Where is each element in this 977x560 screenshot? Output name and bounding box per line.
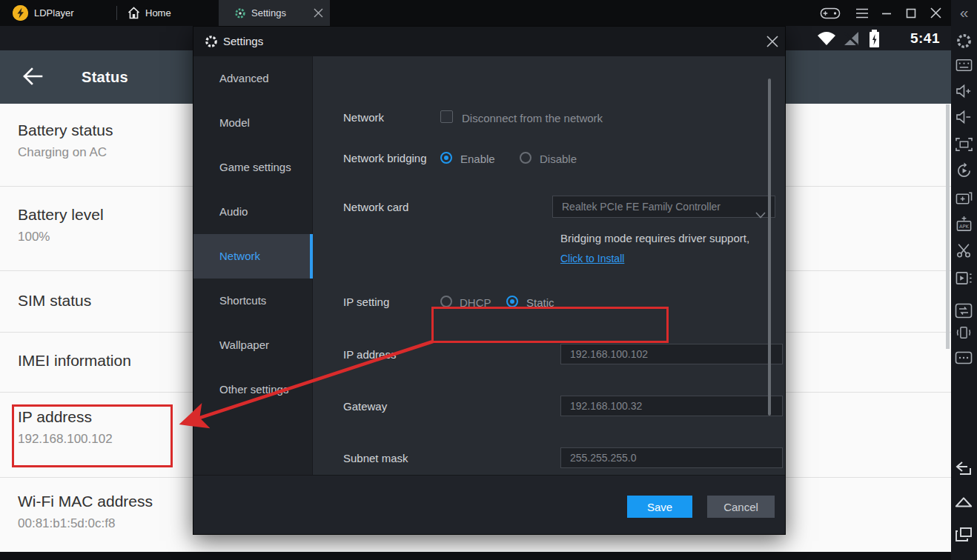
save-button[interactable]: Save (627, 496, 692, 518)
nav-item-wallpaper[interactable]: Wallpaper (193, 323, 313, 367)
android-recents-icon[interactable] (955, 525, 973, 543)
volume-down-icon[interactable] (955, 108, 973, 126)
nav-item-audio[interactable]: Audio (193, 190, 313, 234)
battery-charging-icon (869, 30, 880, 50)
cancel-button[interactable]: Cancel (707, 496, 775, 518)
static-label: Static (526, 296, 554, 309)
dialog-close-icon[interactable] (764, 33, 781, 50)
ldplayer-window: 5:41 Status Battery status Charging on A… (0, 0, 977, 560)
nav-item-other-settings[interactable]: Other settings (193, 367, 313, 412)
volume-up-icon[interactable] (955, 82, 973, 100)
more-options-icon[interactable] (955, 349, 973, 367)
screenshot-icon[interactable] (955, 189, 973, 207)
nav-item-network[interactable]: Network (193, 234, 313, 279)
android-back-icon[interactable] (955, 460, 973, 478)
nav-item-model[interactable]: Model (193, 101, 313, 145)
svg-text:APK: APK (959, 223, 970, 229)
network-card-label: Network card (343, 201, 408, 213)
android-home-icon[interactable] (955, 493, 973, 510)
dialog-sidebar: Advanced Model Game settings Audio Netwo… (193, 56, 313, 475)
home-tab-label[interactable]: Home (145, 0, 171, 26)
nav-item-advanced[interactable]: Advanced (193, 56, 313, 101)
sync-operations-icon[interactable] (955, 301, 973, 319)
ip-address-label: IP address (343, 348, 396, 361)
maximize-icon[interactable] (901, 0, 921, 26)
dialog-footer: Save Cancel (193, 475, 785, 534)
keyboard-icon[interactable] (955, 56, 973, 74)
bridging-disable-radio[interactable] (520, 152, 531, 164)
sync-restart-icon[interactable] (955, 161, 973, 179)
install-apk-icon[interactable]: APK (955, 215, 973, 233)
bridging-enable-radio[interactable] (440, 152, 452, 164)
list-scrollbar[interactable] (946, 104, 950, 349)
back-arrow-icon[interactable] (22, 67, 43, 89)
fullscreen-icon[interactable] (955, 136, 973, 153)
android-bottom-bar (0, 552, 951, 560)
subnet-mask-label: Subnet mask (343, 452, 408, 464)
clock: 5:41 (910, 30, 940, 47)
tab-settings[interactable]: Settings (219, 0, 330, 26)
gear-icon (205, 35, 218, 51)
scissors-cut-icon[interactable] (955, 241, 973, 259)
dialog-header: Settings (193, 27, 785, 56)
subnet-mask-input[interactable] (560, 447, 783, 468)
dialog-title: Settings (223, 27, 263, 56)
close-icon[interactable] (925, 0, 946, 26)
gamepad-icon[interactable] (820, 0, 841, 26)
status-page-title: Status (82, 50, 128, 104)
dialog-scrollbar[interactable] (768, 79, 771, 416)
minimize-icon[interactable] (876, 0, 897, 26)
network-settings-panel: Network Disconnect from the network Netw… (314, 56, 785, 475)
titlebar-divider (116, 6, 117, 20)
no-signal-icon (843, 31, 861, 49)
menu-icon[interactable] (852, 0, 872, 26)
disconnect-checkbox[interactable] (440, 110, 453, 123)
wifi-icon (817, 31, 836, 49)
collapse-toolbar-icon[interactable]: « (951, 0, 977, 26)
ip-setting-label: IP setting (343, 296, 389, 308)
nav-item-shortcuts[interactable]: Shortcuts (193, 279, 313, 323)
network-label: Network (343, 111, 384, 124)
app-name: LDPlayer (34, 0, 73, 26)
window-title-bar: LDPlayer Home Settings (0, 0, 977, 26)
driver-note: Bridging mode requires driver support, (560, 232, 749, 244)
disconnect-label: Disconnect from the network (462, 112, 603, 124)
settings-dialog: Settings Advanced Model Game settings Au… (193, 26, 786, 535)
tab-close-icon[interactable] (314, 7, 323, 21)
home-icon[interactable] (127, 7, 140, 22)
shake-phone-icon[interactable] (955, 324, 973, 341)
tab-settings-label: Settings (251, 0, 286, 26)
gear-icon (234, 7, 246, 22)
dhcp-radio[interactable] (440, 296, 452, 307)
ip-address-input[interactable] (560, 344, 783, 364)
network-card-value: Realtek PCIe FE Family Controller (562, 201, 721, 213)
chevron-down-icon (755, 204, 766, 225)
static-radio[interactable] (506, 296, 518, 307)
install-driver-link[interactable]: Click to Install (560, 253, 624, 264)
nav-item-game-settings[interactable]: Game settings (193, 145, 313, 190)
enable-label: Enable (460, 153, 495, 165)
dhcp-label: DHCP (460, 296, 491, 309)
network-bridging-label: Network bridging (343, 152, 427, 164)
screen-record-icon[interactable] (955, 269, 973, 287)
ldplayer-logo-icon (13, 5, 28, 21)
gateway-label: Gateway (343, 400, 387, 413)
network-card-select[interactable]: Realtek PCIe FE Family Controller (552, 196, 775, 218)
emulator-toolbar: « APK (951, 0, 977, 560)
gateway-input[interactable] (560, 396, 783, 416)
disable-label: Disable (540, 153, 577, 165)
settings-gear-icon[interactable] (955, 32, 973, 50)
